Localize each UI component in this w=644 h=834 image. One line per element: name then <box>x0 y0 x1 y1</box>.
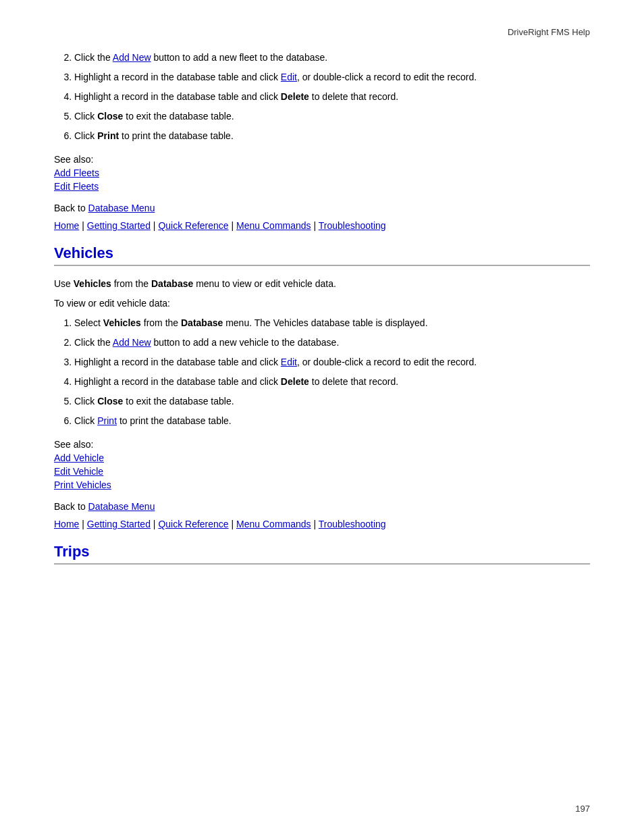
vehicles-intro2: To view or edit vehicle data: <box>54 296 590 311</box>
add-new-link-fleets[interactable]: Add New <box>113 52 151 63</box>
add-vehicle-link[interactable]: Add Vehicle <box>54 452 590 463</box>
database-menu-link-vehicles[interactable]: Database Menu <box>88 501 155 512</box>
vehicles-section: Vehicles Use Vehicles from the Database … <box>54 244 590 529</box>
list-item: Select Vehicles from the Database menu. … <box>74 316 590 330</box>
getting-started-link-vehicles[interactable]: Getting Started <box>87 519 151 529</box>
list-item: Click Print to print the database table. <box>74 129 590 143</box>
edit-vehicle-link[interactable]: Edit Vehicle <box>54 466 590 477</box>
page-header: DriveRight FMS Help <box>54 27 590 37</box>
getting-started-link-fleets[interactable]: Getting Started <box>87 220 151 231</box>
edit-fleets-link[interactable]: Edit Fleets <box>54 181 590 192</box>
database-menu-link-fleets[interactable]: Database Menu <box>88 203 155 213</box>
back-to-vehicles: Back to Database Menu <box>54 501 590 512</box>
nav-links-fleets: Home | Getting Started | Quick Reference… <box>54 220 590 231</box>
home-link-vehicles[interactable]: Home <box>54 519 79 529</box>
quick-reference-link-fleets[interactable]: Quick Reference <box>158 220 228 231</box>
troubleshooting-link-fleets[interactable]: Troubleshooting <box>319 220 386 231</box>
page-number: 197 <box>575 804 590 814</box>
list-item: Click Close to exit the database table. <box>74 394 590 409</box>
see-also-label-vehicles: See also: <box>54 439 590 450</box>
list-item: Click the Add New button to add a new fl… <box>74 51 590 65</box>
add-fleets-link[interactable]: Add Fleets <box>54 167 590 178</box>
page-container: DriveRight FMS Help Click the Add New bu… <box>0 0 644 616</box>
troubleshooting-link-vehicles[interactable]: Troubleshooting <box>319 519 386 529</box>
see-also-links-fleets: Add Fleets Edit Fleets <box>54 167 590 192</box>
list-item: Highlight a record in the database table… <box>74 375 590 389</box>
print-vehicles-link[interactable]: Print Vehicles <box>54 479 590 490</box>
print-link-vehicles[interactable]: Print <box>97 415 117 426</box>
add-new-link-vehicles[interactable]: Add New <box>113 337 151 348</box>
menu-commands-link-vehicles[interactable]: Menu Commands <box>236 519 311 529</box>
quick-reference-link-vehicles[interactable]: Quick Reference <box>158 519 228 529</box>
vehicles-divider <box>54 265 590 266</box>
vehicles-list: Select Vehicles from the Database menu. … <box>74 316 590 428</box>
app-title: DriveRight FMS Help <box>508 27 590 37</box>
list-item: Click Print to print the database table. <box>74 414 590 428</box>
list-item: Highlight a record in the database table… <box>74 355 590 369</box>
trips-heading: Trips <box>54 543 590 561</box>
list-item: Click the Add New button to add a new ve… <box>74 336 590 350</box>
vehicles-intro1: Use Vehicles from the Database menu to v… <box>54 277 590 291</box>
vehicles-heading: Vehicles <box>54 244 590 262</box>
see-also-links-vehicles: Add Vehicle Edit Vehicle Print Vehicles <box>54 452 590 490</box>
trips-divider <box>54 563 590 565</box>
list-item: Highlight a record in the database table… <box>74 90 590 104</box>
edit-link-vehicles[interactable]: Edit <box>281 357 297 367</box>
nav-links-vehicles: Home | Getting Started | Quick Reference… <box>54 519 590 529</box>
list-item: Click Close to exit the database table. <box>74 109 590 124</box>
see-also-label-fleets: See also: <box>54 154 590 165</box>
trips-section: Trips <box>54 543 590 565</box>
menu-commands-link-fleets[interactable]: Menu Commands <box>236 220 311 231</box>
list-item: Highlight a record in the database table… <box>74 70 590 84</box>
home-link-fleets[interactable]: Home <box>54 220 79 231</box>
fleets-list: Click the Add New button to add a new fl… <box>74 51 590 143</box>
fleets-section-continuation: Click the Add New button to add a new fl… <box>54 51 590 231</box>
edit-link-fleets[interactable]: Edit <box>281 72 297 82</box>
back-to-fleets: Back to Database Menu <box>54 203 590 213</box>
